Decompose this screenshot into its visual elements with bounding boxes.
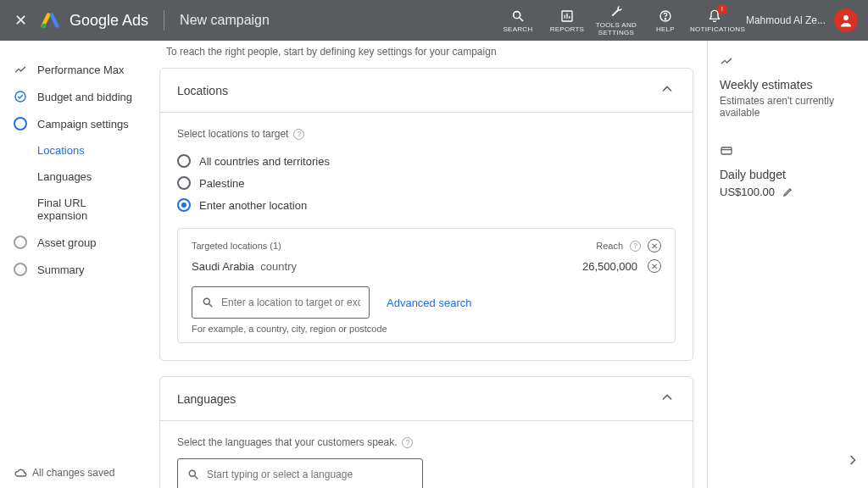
daily-budget-value: US$100.00 — [720, 186, 775, 198]
card-icon — [720, 144, 733, 158]
substep-final-url[interactable]: Final URL expansion — [0, 190, 153, 229]
location-reach: 26,500,000 — [582, 260, 637, 273]
step-done-icon — [14, 90, 27, 103]
stepper-nav: Performance Max Budget and bidding Campa… — [0, 41, 153, 488]
svg-rect-15 — [721, 147, 732, 154]
help-tool[interactable]: HELP — [641, 8, 690, 34]
page-title: New campaign — [180, 13, 270, 28]
tools-settings-tool[interactable]: TOOLS AND SETTINGS — [592, 3, 641, 37]
location-example-text: For example, a country, city, region or … — [192, 324, 661, 334]
chevron-up-icon — [659, 389, 676, 408]
language-input[interactable] — [177, 458, 423, 488]
location-search-field[interactable] — [221, 297, 360, 308]
step-performance-max[interactable]: Performance Max — [0, 56, 153, 83]
header-divider — [164, 10, 164, 30]
location-kind: country — [260, 260, 297, 273]
svg-line-14 — [195, 476, 198, 480]
search-tool[interactable]: SEARCH — [493, 8, 542, 34]
wrench-icon — [592, 3, 641, 20]
close-button[interactable]: ✕ — [0, 11, 41, 30]
card-languages: Languages Select the languages that your… — [159, 376, 693, 488]
product-logo: Google Ads — [41, 11, 148, 30]
targeted-location-row: Saudi Arabia country 26,500,000 ✕ — [192, 259, 661, 273]
locations-title: Locations — [177, 84, 228, 97]
svg-point-13 — [189, 470, 195, 476]
notifications-tool[interactable]: ! NOTIFICATIONS — [690, 8, 739, 34]
locations-hint: Select locations to target ? — [177, 128, 676, 140]
step-summary[interactable]: Summary — [0, 256, 153, 283]
user-menu[interactable]: Mahmoud Al Ze... — [746, 8, 858, 32]
google-ads-icon — [41, 11, 59, 30]
help-icon — [641, 8, 690, 25]
edit-icon[interactable] — [782, 185, 795, 198]
weekly-estimates-title: Weekly estimates — [720, 78, 856, 92]
radio-icon — [177, 176, 191, 190]
targeted-locations-label: Targeted locations (1) — [192, 241, 281, 251]
help-icon[interactable]: ? — [402, 437, 413, 448]
language-field[interactable] — [207, 469, 414, 480]
remove-all-button[interactable]: ✕ — [648, 239, 661, 252]
svg-line-12 — [209, 304, 213, 308]
location-search-input[interactable] — [192, 286, 370, 319]
svg-point-9 — [843, 15, 849, 20]
step-campaign-settings[interactable]: Campaign settings — [0, 110, 153, 137]
radio-icon-checked — [177, 198, 191, 212]
languages-hint: Select the languages that your customers… — [177, 436, 676, 448]
svg-point-8 — [665, 18, 665, 19]
step-asset-group[interactable]: Asset group — [0, 229, 153, 256]
search-icon — [186, 468, 200, 481]
step-current-icon — [14, 117, 27, 130]
search-icon — [201, 296, 214, 309]
help-icon[interactable]: ? — [293, 129, 304, 140]
main-scroll[interactable]: To reach the right people, start by defi… — [153, 41, 707, 488]
languages-header[interactable]: Languages — [160, 377, 693, 420]
step-budget-bidding[interactable]: Budget and bidding — [0, 83, 153, 110]
reach-label: Reach — [596, 241, 623, 251]
cloud-icon — [14, 466, 27, 480]
trend-icon — [720, 54, 733, 68]
expand-panel-button[interactable] — [844, 452, 861, 471]
substep-languages[interactable]: Languages — [0, 164, 153, 190]
help-icon[interactable]: ? — [630, 241, 641, 252]
languages-title: Languages — [177, 392, 236, 406]
bell-icon — [690, 8, 739, 25]
targeted-locations-box: Targeted locations (1) Reach ? ✕ Saudi A… — [177, 228, 676, 343]
reports-icon — [542, 8, 592, 25]
step-pending-icon — [14, 236, 27, 249]
avatar[interactable] — [834, 8, 858, 32]
card-locations: Locations Select locations to target ? A… — [159, 68, 693, 361]
step-pending-icon — [14, 263, 27, 276]
radio-all-countries[interactable]: All countries and territories — [177, 150, 676, 172]
svg-line-2 — [520, 18, 523, 21]
reports-tool[interactable]: REPORTS — [542, 8, 592, 34]
svg-point-11 — [203, 298, 209, 304]
estimates-panel: Weekly estimates Estimates aren't curren… — [707, 41, 868, 488]
daily-budget-title: Daily budget — [720, 168, 856, 181]
chevron-up-icon — [659, 80, 676, 100]
product-name: Google Ads — [70, 12, 148, 30]
svg-point-1 — [514, 11, 520, 18]
app-header: ✕ Google Ads New campaign SEARCH REPORTS… — [0, 0, 868, 41]
svg-point-10 — [15, 92, 25, 102]
radio-icon — [177, 154, 191, 168]
location-name: Saudi Arabia — [192, 260, 254, 273]
notification-badge: ! — [717, 4, 727, 14]
search-icon — [493, 8, 542, 25]
user-name: Mahmoud Al Ze... — [746, 14, 826, 26]
radio-enter-location[interactable]: Enter another location — [177, 194, 676, 216]
weekly-estimates-sub: Estimates aren't currently available — [720, 95, 856, 119]
locations-header[interactable]: Locations — [160, 69, 693, 112]
remove-location-button[interactable]: ✕ — [648, 259, 661, 273]
svg-point-0 — [42, 24, 47, 28]
trend-icon — [14, 63, 27, 76]
radio-palestine[interactable]: Palestine — [177, 172, 676, 194]
advanced-search-link[interactable]: Advanced search — [387, 297, 471, 309]
intro-text: To reach the right people, start by defi… — [159, 41, 693, 68]
autosave-status: All changes saved — [0, 458, 153, 488]
substep-locations[interactable]: Locations — [0, 137, 153, 164]
